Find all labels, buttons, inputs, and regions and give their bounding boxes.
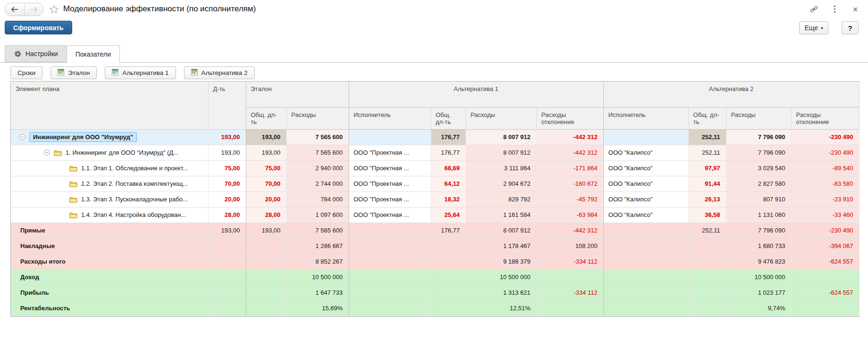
cell-alt1-executor[interactable]: ООО "Проектная ... [349, 207, 431, 223]
table-row[interactable]: −1. Инжиниринг для ООО "Изумруд" (Д...19… [11, 145, 859, 160]
column-header-alt1-duration[interactable]: Общ. дл-ть [431, 107, 466, 129]
plan-item-cell[interactable]: −Инжиниринг для ООО "Изумруд" [11, 129, 208, 145]
cell-etalon-expenses[interactable]: 1 647 733 [286, 285, 349, 300]
cell-etalon-expenses[interactable]: 8 852 267 [286, 254, 349, 269]
cell-alt1-executor[interactable]: ООО "Проектная ... [349, 176, 431, 191]
cell-alt2-executor[interactable] [603, 129, 688, 145]
column-header-alt1-deviation[interactable]: Расходы отклонение [536, 107, 603, 129]
cell-alt2-executor[interactable]: ООО "Калипсо" [603, 207, 688, 223]
etalon-button[interactable]: Эталон [50, 66, 97, 79]
cell-alt2-expenses[interactable]: 7 796 090 [726, 223, 791, 238]
favorite-star-icon[interactable] [49, 5, 59, 14]
cell-alt1-expenses[interactable]: 10 500 000 [466, 269, 536, 285]
column-header-alt2-deviation[interactable]: Расходы отклонение [791, 107, 859, 129]
cell-alt1-duration[interactable] [431, 254, 466, 269]
column-group-etalon[interactable]: Эталон [246, 82, 349, 107]
cell-alt2-deviation[interactable]: -83 580 [791, 176, 859, 191]
cell-alt2-duration[interactable]: 252,11 [688, 129, 726, 145]
cell-alt1-expenses[interactable]: 1 178 467 [466, 238, 536, 254]
column-header-alt2-executor[interactable]: Исполнитель [603, 107, 688, 129]
cell-etalon-duration[interactable]: 193,00 [246, 223, 286, 238]
cell-alt1-duration[interactable] [431, 269, 466, 285]
cell-alt1-deviation[interactable]: -334 112 [536, 285, 603, 300]
cell-alt1-deviation[interactable]: -334 112 [536, 254, 603, 269]
cell-alt2-expenses[interactable]: 1 680 733 [726, 238, 791, 254]
plan-item-cell[interactable]: 1.4. Этап 4. Настройка оборудован... [11, 207, 208, 223]
cell-etalon-duration[interactable]: 20,00 [246, 191, 286, 207]
cell-alt2-expenses[interactable]: 7 796 090 [726, 129, 791, 145]
cell-alt1-deviation[interactable] [536, 300, 603, 316]
cell-alt1-executor[interactable] [349, 238, 431, 254]
column-header-alt1-expenses[interactable]: Расходы [466, 107, 536, 129]
cell-alt1-executor[interactable] [349, 254, 431, 269]
cell-alt1-expenses[interactable]: 8 007 912 [466, 223, 536, 238]
cell-etalon-duration[interactable] [246, 285, 286, 300]
cell-etalon-expenses[interactable]: 2 744 000 [286, 176, 349, 191]
column-group-alternative-1[interactable]: Альтернатива 1 [349, 82, 603, 107]
table-row[interactable]: Накладные1 286 6671 178 467108 2001 680 … [11, 238, 859, 254]
cell-etalon-expenses[interactable]: 10 500 000 [286, 269, 349, 285]
cell-alt2-executor[interactable] [603, 254, 688, 269]
cell-alt1-duration[interactable]: 64,12 [431, 176, 466, 191]
cell-duration[interactable] [208, 300, 246, 316]
cell-alt2-expenses[interactable]: 1 023 177 [726, 285, 791, 300]
cell-duration[interactable]: 20,00 [208, 191, 246, 207]
table-row[interactable]: 1.1. Этап 1. Обследование и проект...75,… [11, 160, 859, 176]
plan-item-cell[interactable]: 1.3. Этап 3. Пусконаладочные рабо... [11, 191, 208, 207]
cell-alt2-duration[interactable] [688, 254, 726, 269]
table-row[interactable]: Рентабельность15,69%12,51%9,74% [11, 300, 859, 316]
cell-alt2-expenses[interactable]: 3 029 540 [726, 160, 791, 176]
more-dots-icon[interactable] [830, 5, 839, 13]
cell-alt2-deviation[interactable] [791, 300, 859, 316]
cell-etalon-duration[interactable]: 28,00 [246, 207, 286, 223]
back-button[interactable] [5, 3, 24, 16]
cell-alt1-duration[interactable]: 25,64 [431, 207, 466, 223]
cell-alt2-expenses[interactable]: 9 476 823 [726, 254, 791, 269]
link-icon[interactable] [810, 5, 818, 13]
cell-etalon-expenses[interactable]: 2 940 000 [286, 160, 349, 176]
cell-alt2-duration[interactable] [688, 238, 726, 254]
cell-alt2-deviation[interactable]: -230 490 [791, 129, 859, 145]
plan-item-cell[interactable]: 1.1. Этап 1. Обследование и проект... [11, 160, 208, 176]
cell-alt1-deviation[interactable]: -442 312 [536, 223, 603, 238]
plan-item-cell[interactable]: Накладные [11, 238, 208, 254]
table-row[interactable]: 1.3. Этап 3. Пусконаладочные рабо...20,0… [11, 191, 859, 207]
cell-duration[interactable]: 193,00 [208, 129, 246, 145]
cell-alt1-expenses[interactable]: 8 007 912 [466, 129, 536, 145]
cell-etalon-expenses[interactable]: 7 565 600 [286, 145, 349, 160]
cell-duration[interactable] [208, 269, 246, 285]
plan-item-cell[interactable]: Прибыль [11, 285, 208, 300]
cell-alt1-executor[interactable]: ООО "Проектная ... [349, 191, 431, 207]
cell-etalon-expenses[interactable]: 1 286 667 [286, 238, 349, 254]
cell-alt2-expenses[interactable]: 7 796 090 [726, 145, 791, 160]
cell-etalon-duration[interactable] [246, 254, 286, 269]
forward-button[interactable] [24, 3, 43, 16]
cell-etalon-duration[interactable]: 70,00 [246, 176, 286, 191]
cell-alt2-deviation[interactable]: -23 910 [791, 191, 859, 207]
more-button[interactable]: Еще ▾ [799, 21, 828, 34]
cell-alt2-expenses[interactable]: 1 131 060 [726, 207, 791, 223]
cell-alt1-deviation[interactable]: -442 312 [536, 129, 603, 145]
cell-alt2-deviation[interactable]: -624 557 [791, 254, 859, 269]
cell-alt1-duration[interactable]: 18,32 [431, 191, 466, 207]
generate-button[interactable]: Сформировать [5, 21, 72, 34]
cell-etalon-expenses[interactable]: 7 565 600 [286, 223, 349, 238]
cell-duration[interactable] [208, 254, 246, 269]
cell-alt1-executor[interactable]: ООО "Проектная ... [349, 160, 431, 176]
cell-etalon-expenses[interactable]: 784 000 [286, 191, 349, 207]
plan-item-cell[interactable]: Расходы итого [11, 254, 208, 269]
tab-settings[interactable]: Настройки [5, 45, 67, 62]
cell-alt2-expenses[interactable]: 9,74% [726, 300, 791, 316]
cell-alt2-duration[interactable]: 26,13 [688, 191, 726, 207]
cell-duration[interactable] [208, 238, 246, 254]
column-header-etalon-duration[interactable]: Общ. дл-ть [246, 107, 286, 129]
cell-alt2-executor[interactable] [603, 285, 688, 300]
column-header-etalon-expenses[interactable]: Расходы [286, 107, 349, 129]
cell-alt2-duration[interactable] [688, 269, 726, 285]
plan-item-cell[interactable]: Рентабельность [11, 300, 208, 316]
cell-alt2-deviation[interactable]: -89 540 [791, 160, 859, 176]
cell-alt1-duration[interactable]: 68,69 [431, 160, 466, 176]
cell-alt1-expenses[interactable]: 829 792 [466, 191, 536, 207]
table-row[interactable]: 1.2. Этап 2. Поставка комплектующ...70,0… [11, 176, 859, 191]
alternative-2-button[interactable]: Альтернатива 2 [184, 66, 255, 79]
